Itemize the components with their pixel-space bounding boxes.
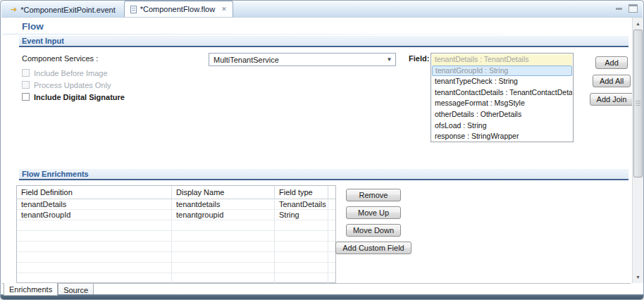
table-cell (275, 273, 328, 283)
tab-component-exit-point-event[interactable]: ➔ *ComponentExitPoint.event (5, 2, 121, 17)
section-title: Event Input (19, 37, 64, 45)
scroll-down-icon[interactable]: ▼ (633, 272, 643, 282)
scroll-up-icon[interactable]: ▲ (633, 18, 643, 29)
table-cell (17, 220, 172, 230)
table-cell (328, 263, 335, 273)
table-cell (275, 220, 328, 230)
table-row[interactable] (17, 263, 335, 273)
section-underline (19, 179, 628, 180)
scrollbar-thumb[interactable] (633, 30, 643, 177)
field-buttons: AddAdd AllAdd Join (590, 56, 633, 106)
table-header: Field DefinitionDisplay NameField type (17, 186, 335, 199)
table-cell (172, 252, 275, 262)
checkbox-include-before-image: Include Before Image (22, 68, 125, 77)
table-cell (172, 242, 275, 251)
checkbox-box-icon (22, 81, 30, 89)
section-header-event-input: Event Input (19, 36, 628, 46)
table-cell (328, 210, 335, 220)
table-header-cell[interactable]: Field type (275, 186, 328, 199)
table-cell (328, 199, 335, 209)
checkbox-group: Include Before ImageProcess Updates Only… (22, 68, 125, 101)
table-cell (275, 263, 328, 273)
maximize-icon[interactable] (628, 4, 638, 13)
enrichment-buttons: RemoveMove UpMove DownAdd Custom Field (342, 189, 405, 254)
table-cell (275, 242, 328, 251)
table-row[interactable] (17, 220, 335, 231)
field-list-item[interactable]: tenantGroupId : String (432, 65, 572, 77)
table-header-cell[interactable]: Field Definition (17, 186, 172, 199)
field-list[interactable]: tenantDetails : TenantDetailstenantGroup… (431, 53, 574, 142)
table-header-filler (328, 186, 335, 199)
event-file-icon: ➔ (11, 6, 17, 13)
table-row[interactable]: tenantDetailstenantdetailsTenantDetails (17, 199, 335, 210)
field-label: Field: (409, 54, 429, 63)
checkbox-box-icon (22, 69, 30, 77)
chevron-down-icon[interactable]: ▼ (383, 56, 395, 63)
window-bottom-bar (1, 294, 643, 299)
checkbox-box-icon[interactable] (22, 93, 30, 101)
component-services-label: Component Services : (22, 54, 98, 63)
field-list-item[interactable]: ofsLoad : String (432, 120, 572, 132)
table-cell (172, 263, 275, 273)
table-header-cell[interactable]: Display Name (172, 186, 275, 199)
table-cell (328, 231, 335, 241)
table-cell: TenantDetails (275, 199, 328, 209)
table-cell (17, 242, 172, 251)
table-cell: String (275, 210, 328, 220)
move-up-button[interactable]: Move Up (346, 206, 401, 219)
table-cell (328, 273, 335, 283)
table-row[interactable] (17, 242, 335, 252)
section-underline (19, 46, 628, 47)
table-cell (172, 220, 275, 230)
editor-tab-bar: ➔ *ComponentExitPoint.event *ComponentFl… (1, 1, 643, 18)
table-cell (172, 273, 275, 283)
table-cell (17, 273, 172, 283)
table-row[interactable] (17, 273, 335, 284)
title-divider (3, 34, 630, 35)
table-cell (328, 220, 335, 230)
field-list-item[interactable]: response : StringWrapper (432, 131, 572, 142)
tab-component-flow-flow[interactable]: *ComponentFlow.flow ✕ (124, 1, 233, 17)
table-cell (328, 242, 335, 251)
table-cell (17, 252, 172, 262)
field-list-item[interactable]: messageFormat : MsgStyle (432, 98, 572, 109)
table-cell: tenantgroupid (172, 210, 275, 220)
tab-label: *ComponentExitPoint.event (20, 6, 116, 14)
field-list-item[interactable]: otherDetails : OtherDetails (432, 109, 572, 120)
bottom-tab-enrichments[interactable]: Enrichments (4, 283, 58, 296)
add-button[interactable]: Add (595, 56, 628, 69)
flow-editor-window: ➔ *ComponentExitPoint.event *ComponentFl… (0, 0, 644, 300)
table-cell (172, 231, 275, 241)
table-row[interactable]: tenantGroupIdtenantgroupidString (17, 210, 335, 220)
field-list-item[interactable]: tenantTypeCheck : String (432, 76, 572, 87)
checkbox-label: Process Updates Only (34, 81, 111, 89)
table-body: tenantDetailstenantdetailsTenantDetailst… (17, 199, 335, 284)
section-title: Flow Enrichments (19, 170, 89, 178)
section-header-flow-enrichments: Flow Enrichments (19, 169, 628, 179)
remove-button[interactable]: Remove (346, 189, 401, 201)
minimize-icon[interactable] (614, 3, 624, 13)
component-services-select[interactable]: MultiTenantService ▼ (209, 53, 396, 66)
table-cell (17, 263, 172, 273)
view-controls (614, 3, 638, 13)
tab-close-icon[interactable]: ✕ (221, 6, 227, 13)
add-join-button[interactable]: Add Join (590, 93, 634, 106)
table-cell (275, 231, 328, 241)
checkbox-label: Include Digital Signature (34, 93, 125, 101)
add-all-button[interactable]: Add All (593, 75, 631, 87)
editor-scrollbar[interactable]: ▲ ▼ (632, 18, 643, 283)
table-cell (17, 231, 172, 241)
enrichments-table: Field DefinitionDisplay NameField type t… (16, 185, 336, 283)
table-cell: tenantDetails (17, 199, 172, 209)
table-cell: tenantdetails (172, 199, 275, 209)
add-custom-field-button[interactable]: Add Custom Field (335, 242, 411, 254)
move-down-button[interactable]: Move Down (346, 224, 401, 237)
table-row[interactable] (17, 252, 335, 263)
table-cell (275, 252, 328, 262)
table-cell (328, 252, 335, 262)
checkbox-process-updates-only: Process Updates Only (22, 80, 125, 89)
field-list-item[interactable]: tenantContactDetails : TenantContactDeta… (432, 87, 572, 99)
table-row[interactable] (17, 231, 335, 242)
field-list-item[interactable]: tenantDetails : TenantDetails (432, 54, 572, 65)
checkbox-include-digital-signature[interactable]: Include Digital Signature (22, 92, 125, 101)
